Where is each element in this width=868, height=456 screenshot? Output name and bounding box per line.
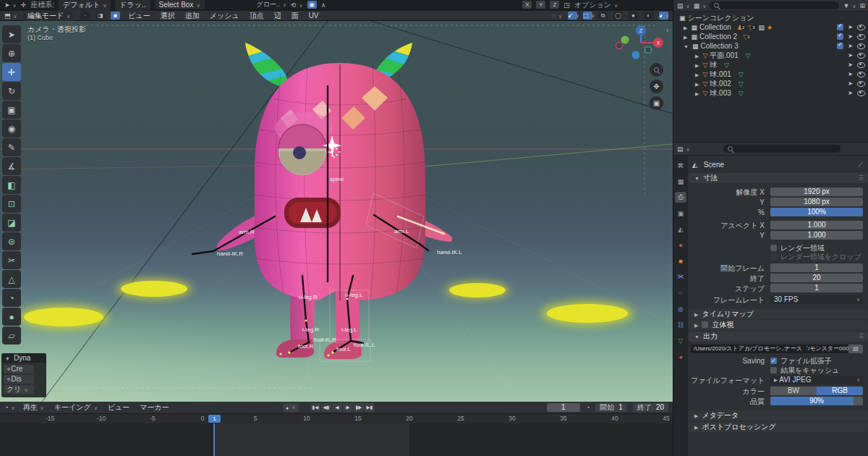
current-frame-badge[interactable]: 1 bbox=[208, 415, 221, 423]
tool-transform[interactable]: ◉ bbox=[2, 119, 21, 138]
tab-view-layer[interactable]: ▣ bbox=[675, 208, 686, 219]
outliner-row-collection2[interactable]: ▦ Collection 2 ▽3 ➤ bbox=[673, 32, 868, 41]
editor-type-icon[interactable]: ⬒ bbox=[4, 12, 17, 20]
tool-rotate[interactable]: ↻ bbox=[2, 82, 21, 100]
selectable-icon[interactable]: ➤ bbox=[848, 33, 853, 40]
tool-bevel[interactable]: ◪ bbox=[2, 214, 21, 232]
timeline-ruler[interactable]: -15 -10 -5 0 5 10 15 20 25 30 35 40 45 1 bbox=[0, 414, 673, 424]
tab-tool[interactable]: 🛠︎ bbox=[675, 160, 686, 171]
frame-rate-dropdown[interactable]: 30 FPS∨ bbox=[770, 295, 863, 304]
panel-output[interactable]: 出力☰ bbox=[689, 332, 868, 342]
tool-measure[interactable]: ∡ bbox=[2, 157, 21, 175]
select-box-dropdown[interactable]: Select Box bbox=[155, 0, 205, 9]
timeline-menu-keying[interactable]: キーイング bbox=[52, 402, 100, 413]
panel-post-processing[interactable]: ポストプロセッシング bbox=[689, 422, 868, 432]
expander-icon[interactable] bbox=[695, 61, 702, 69]
menu-mesh[interactable]: メッシュ bbox=[208, 11, 242, 21]
timeline-menu-playback[interactable]: 再生 bbox=[21, 402, 46, 413]
outliner-row-sphere003[interactable]: ▽ 球.003 ▽ ➤ bbox=[673, 88, 868, 98]
crop-region-checkbox[interactable] bbox=[770, 253, 777, 260]
current-frame-field[interactable]: 1 bbox=[547, 403, 580, 412]
eye-icon[interactable] bbox=[857, 62, 865, 68]
cache-result-checkbox[interactable] bbox=[770, 367, 777, 373]
tool-poly-build[interactable]: △ bbox=[2, 270, 21, 288]
mirror-y-button[interactable]: Y bbox=[536, 1, 545, 9]
panel-metadata[interactable]: メタデータ bbox=[689, 410, 868, 421]
color-bw-button[interactable]: BW bbox=[770, 387, 817, 395]
quality-slider[interactable]: 90% bbox=[770, 397, 863, 405]
properties-editor-type-icon[interactable]: ▤ bbox=[677, 145, 690, 153]
tool-select-box[interactable]: ➤ bbox=[2, 25, 21, 43]
eye-icon[interactable] bbox=[857, 81, 865, 87]
tool-scale[interactable]: ▣ bbox=[2, 101, 21, 119]
resolution-percent-slider[interactable]: 100% bbox=[770, 208, 863, 216]
monster-mouth[interactable] bbox=[284, 198, 341, 228]
selectable-icon[interactable]: ➤ bbox=[848, 80, 853, 87]
expander-icon[interactable] bbox=[684, 33, 691, 41]
stereoscopy-checkbox[interactable] bbox=[702, 321, 708, 328]
gizmos-icon[interactable]: ➹ bbox=[568, 12, 577, 20]
jump-to-end-button[interactable]: ▶▮ bbox=[365, 403, 375, 412]
outliner-filter-icon[interactable]: ▼ bbox=[843, 2, 856, 9]
aspect-y-field[interactable]: 1.000 bbox=[770, 231, 863, 240]
tab-object[interactable]: ■ bbox=[675, 256, 686, 266]
panel-time-remap[interactable]: タイムリマップ bbox=[689, 309, 868, 319]
outliner-row-scene-collection[interactable]: ▣ シーンコレクション bbox=[673, 13, 868, 22]
pivot-icon[interactable]: ⟲ bbox=[291, 1, 303, 9]
color-rgb-button[interactable]: RGB bbox=[817, 387, 863, 395]
camera-view-button[interactable]: ▣ bbox=[650, 96, 663, 110]
record-button[interactable]: ● bbox=[283, 403, 299, 412]
frame-start-field[interactable]: 開始1 bbox=[595, 403, 627, 412]
gizmo-settings-icon[interactable]: ◳ bbox=[563, 1, 570, 9]
menu-add[interactable]: 追加 bbox=[183, 11, 202, 21]
selectable-icon[interactable]: ➤ bbox=[848, 43, 853, 49]
tab-world[interactable]: ● bbox=[675, 240, 686, 250]
nav-gizmo[interactable]: Z X bbox=[616, 25, 664, 59]
shading-wireframe-icon[interactable]: ◯ bbox=[613, 12, 623, 20]
timeline-editor-type-icon[interactable]: ◔ bbox=[4, 404, 15, 411]
eye-icon[interactable] bbox=[857, 53, 865, 59]
expander-icon[interactable] bbox=[695, 80, 702, 88]
aspect-x-field[interactable]: 1.000 bbox=[770, 221, 863, 229]
play-button[interactable]: ▶ bbox=[343, 403, 353, 412]
face-select-icon[interactable]: ■ bbox=[111, 12, 120, 20]
properties-search-input[interactable] bbox=[723, 145, 841, 153]
edge-select-icon[interactable]: ◨ bbox=[95, 12, 105, 20]
file-extension-checkbox[interactable] bbox=[770, 358, 777, 364]
redo-panel-title[interactable]: Dyna bbox=[1, 353, 46, 363]
selectable-icon[interactable]: ➤ bbox=[848, 24, 853, 30]
falloff-icon[interactable]: ∧ bbox=[321, 1, 326, 9]
menu-face[interactable]: 面 bbox=[289, 11, 301, 21]
outliner-row-plane001[interactable]: ▽ 平面.001 ▽ ➤ bbox=[673, 51, 868, 60]
tab-render[interactable]: ▦ bbox=[675, 176, 686, 187]
timeline-channel-area[interactable] bbox=[0, 423, 673, 456]
selectable-icon[interactable]: ➤ bbox=[848, 71, 853, 77]
shading-rendered-icon[interactable]: ◕ bbox=[659, 12, 668, 20]
collection-checkbox[interactable] bbox=[837, 33, 843, 40]
tab-material[interactable]: ◕ bbox=[675, 351, 686, 362]
overlays-icon[interactable]: ⬚ bbox=[583, 12, 592, 20]
tab-modifiers[interactable]: ✀ bbox=[675, 271, 686, 282]
pin-icon[interactable]: ⟋ bbox=[858, 160, 863, 169]
output-path-field[interactable]: /Users/2020/ストアカ/プロモーシ..ナース゛/モンスター0001-0… bbox=[691, 345, 850, 353]
outliner-row-sphere[interactable]: ▽ 球 ▽ ➤ bbox=[673, 60, 868, 69]
outliner-row-sphere002[interactable]: ▽ 球.002 ▽ ➤ bbox=[673, 79, 868, 88]
drag-dropdown[interactable]: ドラッ.. bbox=[115, 0, 150, 11]
next-keyframe-button[interactable]: ▮▶ bbox=[354, 403, 364, 412]
frame-step-field[interactable]: 1 bbox=[770, 284, 863, 292]
shading-material-icon[interactable]: ◐ bbox=[644, 12, 653, 20]
tool-shear[interactable]: ▱ bbox=[2, 326, 21, 345]
panel-menu-icon[interactable]: ☰ bbox=[859, 332, 864, 342]
eye-icon[interactable] bbox=[857, 72, 865, 77]
sidebar-collapse-arrow[interactable]: ‹ bbox=[666, 26, 668, 34]
shading-solid-icon[interactable]: ● bbox=[629, 12, 638, 20]
outliner-editor-type-icon[interactable]: ▤ bbox=[677, 2, 690, 9]
snap-dropdown[interactable]: グロー.. bbox=[257, 0, 287, 9]
resolution-y-field[interactable]: 1080 px bbox=[770, 198, 863, 206]
panel-stereoscopy[interactable]: 立体視 bbox=[689, 320, 868, 330]
resolution-x-field[interactable]: 1920 px bbox=[770, 187, 863, 196]
menu-view[interactable]: ビュー bbox=[126, 11, 152, 21]
timeline-menu-view[interactable]: ビュー bbox=[106, 402, 132, 413]
options-dropdown[interactable]: オプション bbox=[574, 0, 618, 10]
frame-end-field[interactable]: 20 bbox=[770, 274, 863, 282]
